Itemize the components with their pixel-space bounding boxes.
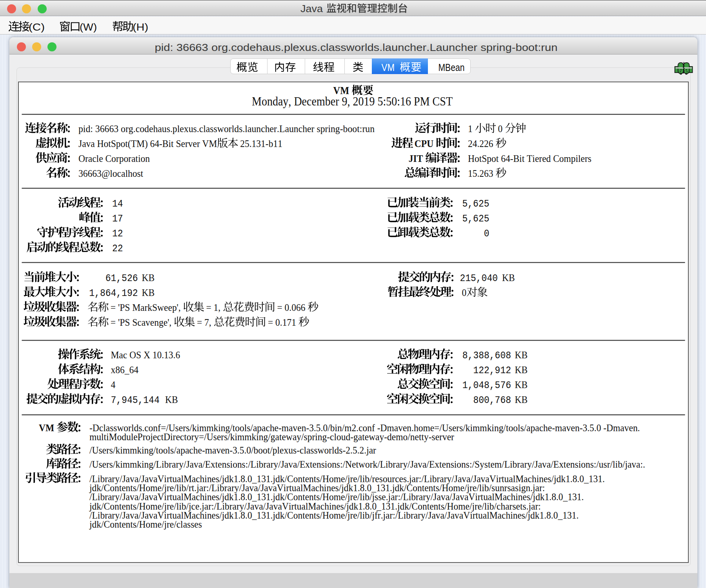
svg-text:KB: KB xyxy=(515,364,528,376)
svg-text:MBean: MBean xyxy=(439,62,465,73)
svg-text:14: 14 xyxy=(112,198,123,210)
svg-text:= 0.066: = 0.066 xyxy=(275,302,308,313)
svg-text:215,040: 215,040 xyxy=(460,272,498,284)
svg-text:0: 0 xyxy=(496,123,505,134)
svg-text:JIT: JIT xyxy=(409,153,425,164)
svg-text:HotSpot 64-Bit Tiered Compiler: HotSpot 64-Bit Tiered Compilers xyxy=(468,153,591,164)
svg-text:5,625: 5,625 xyxy=(462,213,489,225)
svg-text:KB: KB xyxy=(165,394,178,405)
svg-text:61,526: 61,526 xyxy=(106,272,138,284)
svg-text:VM: VM xyxy=(39,422,56,434)
svg-text:= 1,: = 1, xyxy=(204,302,223,313)
svg-text:pid: 36663 org.codehaus.plexus: pid: 36663 org.codehaus.plexus.classworl… xyxy=(155,42,558,53)
svg-text:7,945,144: 7,945,144 xyxy=(111,394,160,406)
svg-text:/Users/kimmking/Library/Java/E: /Users/kimmking/Library/Java/Extensions:… xyxy=(89,459,645,470)
svg-text:pid: 36663 org.codehaus.plexus: pid: 36663 org.codehaus.plexus.classworl… xyxy=(78,123,375,134)
svg-text:= 0.171: = 0.171 xyxy=(266,317,298,328)
svg-text:Java: Java xyxy=(300,3,323,14)
svg-text:Oracle Corporation: Oracle Corporation xyxy=(78,153,150,164)
svg-text:1: 1 xyxy=(468,123,475,134)
svg-text:1,864,192: 1,864,192 xyxy=(89,287,138,299)
svg-text:x86_64: x86_64 xyxy=(111,364,138,376)
svg-text:Java HotSpot(TM) 64-Bit Server: Java HotSpot(TM) 64-Bit Server VM xyxy=(78,138,217,149)
svg-text:(H): (H) xyxy=(133,21,148,33)
svg-text:22: 22 xyxy=(112,243,123,254)
svg-text:KB: KB xyxy=(515,379,528,390)
svg-text:0: 0 xyxy=(484,228,489,240)
svg-text:8,388,608: 8,388,608 xyxy=(462,350,511,361)
svg-text:= 'PS MarkSweep',: = 'PS MarkSweep', xyxy=(108,302,183,313)
svg-text:1,048,576: 1,048,576 xyxy=(462,379,511,391)
svg-text:KB: KB xyxy=(142,287,155,298)
svg-text:4: 4 xyxy=(111,379,116,390)
svg-text:KB: KB xyxy=(515,349,528,361)
svg-text:0: 0 xyxy=(462,287,467,298)
svg-text:Mac OS X 10.13.6: Mac OS X 10.13.6 xyxy=(111,349,180,361)
svg-text:122,912: 122,912 xyxy=(473,365,511,376)
svg-text:(W): (W) xyxy=(80,21,97,33)
svg-text:KB: KB xyxy=(142,272,155,283)
svg-text:KB: KB xyxy=(502,272,515,283)
svg-text:25.131-b11: 25.131-b11 xyxy=(238,138,282,149)
svg-text:Monday, December 9, 2019 5:50:: Monday, December 9, 2019 5:50:16 PM CST xyxy=(252,94,453,108)
svg-text:12: 12 xyxy=(112,228,123,240)
svg-text:CPU: CPU xyxy=(412,138,436,149)
svg-text:= 7,: = 7, xyxy=(195,317,213,328)
svg-text:VM: VM xyxy=(382,62,395,73)
svg-text:36663@localhost: 36663@localhost xyxy=(78,168,144,179)
svg-text:/Users/kimmking/tools/apache-m: /Users/kimmking/tools/apache-maven-3.5.0… xyxy=(89,445,376,456)
svg-text:800,768: 800,768 xyxy=(473,394,511,406)
svg-text:= 'PS Scavenge',: = 'PS Scavenge', xyxy=(108,317,174,328)
svg-text:jdk/Contents/Home/jre/classes: jdk/Contents/Home/jre/classes xyxy=(89,519,202,530)
svg-text:(C): (C) xyxy=(29,21,45,33)
svg-text:17: 17 xyxy=(112,213,123,225)
svg-text:24.226: 24.226 xyxy=(468,138,495,149)
svg-text:KB: KB xyxy=(515,394,528,405)
svg-text:multiModuleProjectDirectory=/U: multiModuleProjectDirectory=/Users/kimmk… xyxy=(89,431,454,443)
svg-text:5,625: 5,625 xyxy=(462,198,489,210)
svg-text:15.263: 15.263 xyxy=(468,168,495,179)
